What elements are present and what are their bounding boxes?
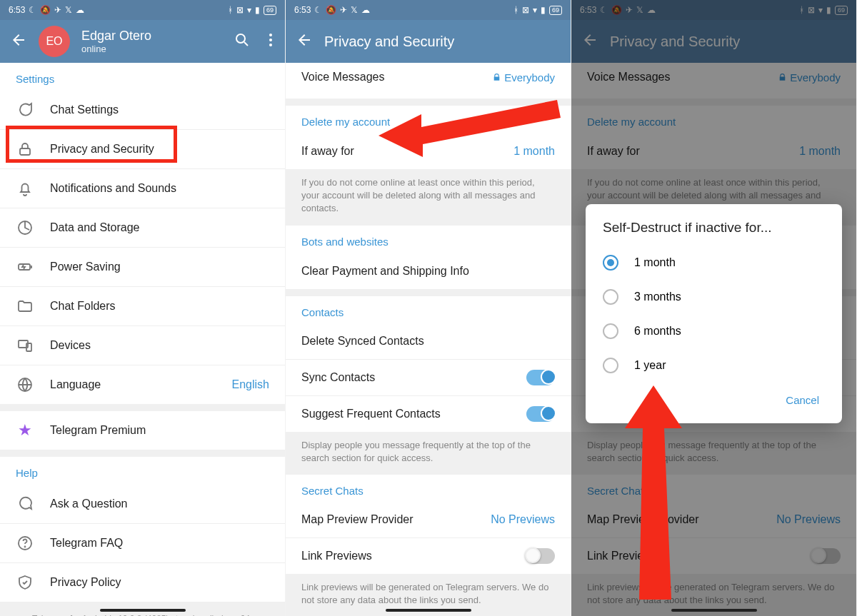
lock-icon	[16, 140, 34, 158]
toggle-suggest[interactable]	[526, 406, 555, 422]
svg-rect-5	[20, 148, 30, 155]
voice-value: Everybody	[492, 71, 555, 84]
screen-dialog: 6:53 ☾🔕✈𝕏☁ ᚼ⊠▾▮ 69 Privacy and Security …	[571, 0, 857, 616]
row-map[interactable]: Map Preview Provider No Previews	[286, 503, 571, 538]
language-value: English	[232, 378, 269, 391]
option-6months[interactable]: 6 months	[586, 314, 842, 348]
delete-header: Delete my account	[286, 106, 571, 133]
data-icon: ⊠	[236, 5, 244, 15]
star-icon: ★	[16, 421, 34, 440]
shield-icon	[16, 573, 34, 592]
cloud-icon: ☁	[76, 5, 84, 15]
row-link-previews[interactable]: Link Previews	[286, 538, 571, 574]
svg-point-13	[25, 547, 26, 547]
row-policy[interactable]: Privacy Policy	[0, 563, 285, 602]
radio-icon	[603, 289, 618, 305]
settings-header: Settings	[0, 63, 285, 91]
suggest-desc: Display people you message frequently at…	[286, 432, 571, 475]
bell-icon	[16, 179, 34, 198]
page-title: Privacy and Security	[324, 34, 561, 50]
status-bar: 6:53 ☾ 🔕 ✈ 𝕏 ☁ ᚼ ⊠ ▾ ▮ 69	[0, 0, 285, 20]
row-language[interactable]: Language English	[0, 365, 285, 404]
row-faq[interactable]: Telegram FAQ	[0, 524, 285, 563]
home-indicator	[671, 609, 757, 612]
row-voice[interactable]: Voice Messages Everybody	[286, 63, 571, 99]
row-ask[interactable]: Ask a Question	[0, 485, 285, 524]
row-sync[interactable]: Sync Contacts	[286, 360, 571, 396]
dialog-title: Self-Destruct if inactive for...	[586, 217, 842, 246]
row-privacy[interactable]: Privacy and Security	[0, 130, 285, 169]
telegram-icon: ✈	[54, 5, 61, 15]
help-header: Help	[0, 457, 285, 485]
svg-point-2	[269, 34, 272, 36]
folder-icon	[16, 297, 34, 315]
chat-icon	[16, 101, 34, 119]
moon-icon: ☾	[29, 5, 36, 15]
row-power[interactable]: Power Saving	[0, 248, 285, 287]
app-bar: EO Edgar Otero online	[0, 20, 285, 63]
delete-desc: If you do not come online at least once …	[286, 169, 571, 226]
x-icon: 𝕏	[65, 5, 72, 15]
row-if-away[interactable]: If away for 1 month	[286, 133, 571, 169]
back-icon[interactable]	[10, 31, 27, 51]
home-indicator	[100, 609, 186, 612]
svg-point-0	[236, 34, 245, 43]
privacy-content: Voice Messages Everybody Delete my accou…	[286, 63, 571, 616]
status-bar: 6:53 ☾🔕✈𝕏☁ ᚼ⊠▾▮ 69	[286, 0, 571, 20]
self-destruct-dialog: Self-Destruct if inactive for... 1 month…	[586, 204, 842, 423]
dnd-icon: 🔕	[40, 5, 51, 15]
chat-icon	[16, 495, 34, 513]
option-1month[interactable]: 1 month	[586, 246, 842, 280]
search-icon[interactable]	[234, 31, 251, 51]
battery-icon	[16, 258, 34, 276]
screen-privacy: 6:53 ☾🔕✈𝕏☁ ᚼ⊠▾▮ 69 Privacy and Security …	[286, 0, 571, 616]
profile-status: online	[81, 44, 222, 54]
status-time: 6:53	[9, 5, 25, 15]
toggle-link[interactable]	[526, 548, 555, 564]
profile-name: Edgar Otero	[81, 29, 222, 44]
row-suggest[interactable]: Suggest Frequent Contacts	[286, 396, 571, 432]
row-clear-payment[interactable]: Clear Payment and Shipping Info	[286, 253, 571, 289]
battery-icon: 69	[264, 6, 276, 15]
option-3months[interactable]: 3 months	[586, 280, 842, 314]
row-premium[interactable]: ★ Telegram Premium	[0, 411, 285, 450]
wifi-icon: ▾	[247, 5, 251, 15]
avatar[interactable]: EO	[39, 26, 70, 57]
row-del-synced[interactable]: Delete Synced Contacts	[286, 324, 571, 360]
svg-line-1	[244, 42, 248, 46]
contacts-header: Contacts	[286, 296, 571, 324]
home-indicator	[386, 609, 471, 612]
devices-icon	[16, 336, 34, 355]
option-1year[interactable]: 1 year	[586, 348, 842, 383]
signal-icon: ▮	[255, 5, 260, 15]
svg-point-4	[269, 44, 272, 46]
row-chat-settings[interactable]: Chat Settings	[0, 91, 285, 130]
bluetooth-icon: ᚼ	[228, 5, 233, 15]
question-icon	[16, 534, 34, 552]
cancel-button[interactable]: Cancel	[777, 388, 828, 412]
back-icon[interactable]	[296, 31, 313, 51]
radio-icon	[603, 323, 618, 339]
row-devices[interactable]: Devices	[0, 326, 285, 365]
toggle-sync[interactable]	[526, 370, 555, 385]
secret-header: Secret Chats	[286, 475, 571, 503]
row-data[interactable]: Data and Storage	[0, 208, 285, 248]
more-icon[interactable]	[262, 31, 275, 51]
app-bar: Privacy and Security	[286, 20, 571, 63]
data-icon	[16, 218, 34, 237]
radio-icon	[603, 255, 618, 271]
settings-content: Settings Chat Settings Privacy and Secur…	[0, 63, 285, 616]
row-notifications[interactable]: Notifications and Sounds	[0, 169, 285, 208]
screen-settings: 6:53 ☾ 🔕 ✈ 𝕏 ☁ ᚼ ⊠ ▾ ▮ 69 EO Edgar Otero…	[0, 0, 286, 616]
globe-icon	[16, 375, 34, 394]
bots-header: Bots and websites	[286, 226, 571, 253]
row-folders[interactable]: Chat Folders	[0, 287, 285, 326]
radio-icon	[603, 358, 618, 373]
svg-point-3	[269, 39, 272, 41]
